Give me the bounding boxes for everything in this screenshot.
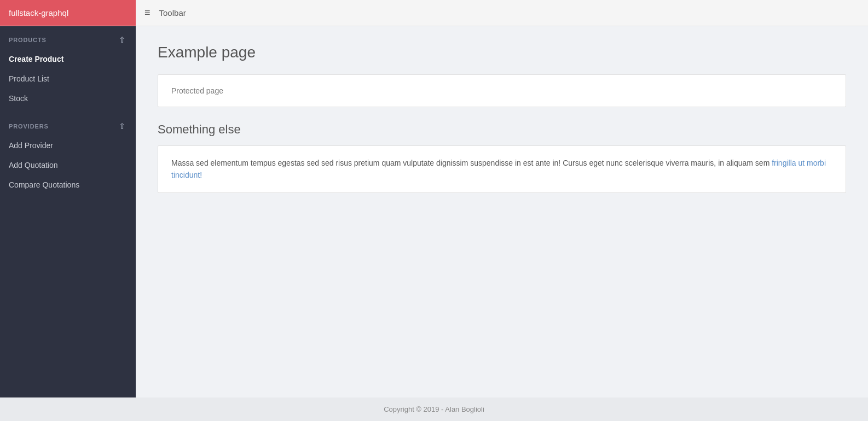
sidebar-item-add-quotation[interactable]: Add Quotation (0, 155, 136, 175)
protected-page-card: Protected page (158, 74, 846, 107)
something-else-title: Something else (158, 122, 846, 137)
brand-logo: fullstack-graphql (0, 0, 136, 26)
chevron-up-icon-providers[interactable]: ⇧ (117, 121, 127, 131)
sidebar: PRODUCTS ⇧ Create Product Product List S… (0, 26, 136, 397)
sidebar-item-add-provider[interactable]: Add Provider (0, 136, 136, 155)
sidebar-section-products: PRODUCTS ⇧ (0, 26, 136, 49)
sidebar-item-stock[interactable]: Stock (0, 89, 136, 108)
brand-text: fullstack-graphql (9, 8, 68, 17)
sidebar-section-providers-label: PROVIDERS (9, 123, 49, 130)
footer: Copyright © 2019 - Alan Boglioli (0, 397, 868, 421)
sidebar-section-providers: PROVIDERS ⇧ (0, 113, 136, 136)
something-else-card: Massa sed elementum tempus egestas sed s… (158, 145, 846, 193)
protected-page-text: Protected page (171, 86, 223, 95)
sidebar-item-product-list[interactable]: Product List (0, 69, 136, 89)
chevron-up-icon[interactable]: ⇧ (117, 35, 127, 45)
sidebar-section-products-label: PRODUCTS (9, 37, 47, 43)
something-else-text: Massa sed elementum tempus egestas sed s… (171, 157, 832, 182)
menu-icon[interactable]: ≡ (136, 7, 159, 19)
toolbar-title: Toolbar (159, 8, 186, 17)
main-content: Example page Protected page Something el… (136, 26, 868, 397)
sidebar-item-compare-quotations[interactable]: Compare Quotations (0, 175, 136, 195)
topbar: fullstack-graphql ≡ Toolbar (0, 0, 868, 26)
footer-text: Copyright © 2019 - Alan Boglioli (384, 405, 484, 413)
sidebar-item-create-product[interactable]: Create Product (0, 49, 136, 69)
page-title: Example page (158, 44, 846, 61)
